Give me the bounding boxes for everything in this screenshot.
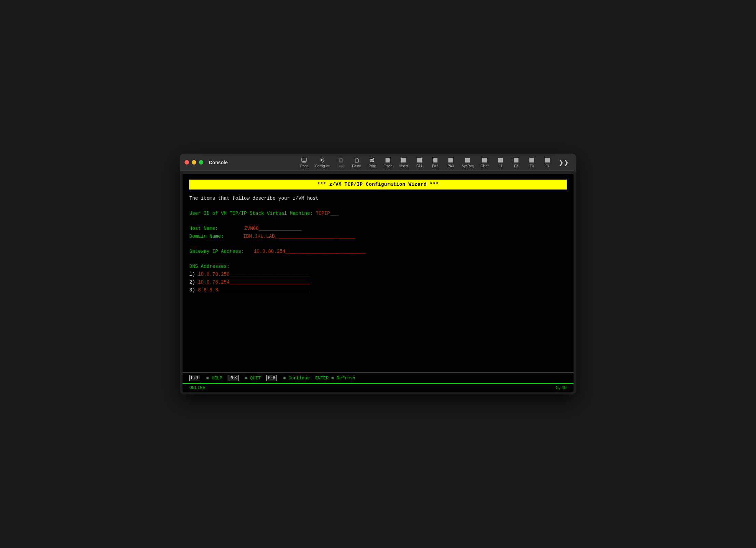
pf8-key[interactable]: PF8 xyxy=(266,375,277,381)
clear-label: Clear xyxy=(481,164,489,168)
domain-name-value: IBM.JKL.LAB____________________________ xyxy=(243,234,355,239)
pf8-desc: = Continue xyxy=(283,376,310,381)
dns-val-3: 8.8.8.8________________________________ xyxy=(198,287,310,293)
sysreq-label: SysReq xyxy=(462,164,474,168)
print-button[interactable]: Print xyxy=(365,156,380,169)
configure-button[interactable]: Configure xyxy=(312,156,333,169)
user-id-line: User ID of VM TCP/IP Stack Virtual Machi… xyxy=(189,210,567,217)
domain-name-line: Domain Name: IBM.JKL.LAB________________… xyxy=(189,233,567,240)
footer-bar: ONLINE 5,49 xyxy=(183,383,573,392)
main-window: Console Open Configure Copy xyxy=(180,154,576,394)
f3-label: F3 xyxy=(530,164,534,168)
copy-button[interactable]: Copy xyxy=(333,156,348,169)
statusbar: PF1 = HELP PF3 = QUIT PF8 = Continue ENT… xyxy=(183,373,573,383)
enter-desc: ENTER = Refresh xyxy=(315,376,355,381)
insert-label: Insert xyxy=(399,164,408,168)
configure-label: Configure xyxy=(315,164,330,168)
f4-label: F4 xyxy=(545,164,550,168)
open-button[interactable]: Open xyxy=(297,156,312,169)
open-label: Open xyxy=(300,164,308,168)
host-name-value: ZVM00_______________ xyxy=(244,226,302,231)
dns-entry-2: 2) 10.0.78.254__________________________… xyxy=(189,279,567,286)
dns-val-2: 10.0.78.254____________________________ xyxy=(198,279,310,285)
pa2-label: PA2 xyxy=(432,164,438,168)
cursor-position: 5,49 xyxy=(556,385,567,390)
print-icon xyxy=(369,157,375,163)
sysreq-icon xyxy=(464,157,471,163)
traffic-lights xyxy=(185,160,203,165)
monitor-icon xyxy=(301,157,307,163)
dns-entry-3: 3) 8.8.8.8______________________________… xyxy=(189,287,567,294)
insert-icon xyxy=(401,157,407,163)
user-id-label: User ID of VM TCP/IP Stack Virtual Machi… xyxy=(189,211,313,216)
f4-icon xyxy=(544,157,551,163)
f4-button[interactable]: F4 xyxy=(540,156,555,169)
sysreq-button[interactable]: SysReq xyxy=(459,156,476,169)
description-line: The items that follow describe your z/VM… xyxy=(189,195,567,202)
pf1-desc: = HELP xyxy=(206,376,222,381)
minimize-button[interactable] xyxy=(192,160,196,165)
paste-button[interactable]: Paste xyxy=(349,156,364,169)
paste-icon xyxy=(353,157,360,163)
insert-button[interactable]: Insert xyxy=(396,156,411,169)
terminal-content[interactable]: *** z/VM TCP/IP Configuration Wizard ***… xyxy=(183,174,573,373)
maximize-button[interactable] xyxy=(199,160,203,165)
f3-icon xyxy=(529,157,535,163)
dns-val-1: 10.0.78.250____________________________ xyxy=(198,272,310,277)
pa3-label: PA3 xyxy=(448,164,454,168)
copy-label: Copy xyxy=(337,164,345,168)
svg-rect-7 xyxy=(356,158,357,159)
f2-button[interactable]: F2 xyxy=(509,156,524,169)
erase-icon xyxy=(385,157,391,163)
dns-entry-1: 1) 10.0.78.250__________________________… xyxy=(189,271,567,278)
erase-button[interactable]: Erase xyxy=(380,156,395,169)
clear-button[interactable]: Clear xyxy=(477,156,492,169)
pa1-button[interactable]: PA1 xyxy=(412,156,427,169)
print-label: Print xyxy=(369,164,376,168)
online-status: ONLINE xyxy=(189,385,205,390)
gear-icon xyxy=(319,157,325,163)
paste-label: Paste xyxy=(352,164,361,168)
domain-name-label: Domain Name: xyxy=(189,234,224,239)
f2-label: F2 xyxy=(514,164,518,168)
pa3-icon xyxy=(448,157,454,163)
pf3-key[interactable]: PF3 xyxy=(228,375,239,381)
dns-num-2: 2) xyxy=(189,279,198,285)
pa3-button[interactable]: PA3 xyxy=(443,156,458,169)
svg-rect-0 xyxy=(301,158,306,161)
close-button[interactable] xyxy=(185,160,189,165)
copy-icon xyxy=(338,157,344,163)
pa1-label: PA1 xyxy=(416,164,422,168)
pf1-key[interactable]: PF1 xyxy=(189,375,200,381)
toolbar: Open Configure Copy Paste xyxy=(297,156,571,169)
f1-button[interactable]: F1 xyxy=(493,156,508,169)
svg-rect-6 xyxy=(355,159,358,162)
erase-label: Erase xyxy=(383,164,392,168)
pa2-button[interactable]: PA2 xyxy=(428,156,443,169)
gateway-value: 10.0.80.254____________________________ xyxy=(254,249,366,254)
f1-label: F1 xyxy=(498,164,502,168)
more-button[interactable]: ❯❯ xyxy=(556,157,571,168)
banner: *** z/VM TCP/IP Configuration Wizard *** xyxy=(189,180,567,190)
pf3-desc: = QUIT xyxy=(245,376,261,381)
user-id-value: TCPIP___ xyxy=(316,211,339,216)
titlebar: Console Open Configure Copy xyxy=(180,154,576,171)
pa1-icon xyxy=(416,157,422,163)
dns-label: DNS Addresses: xyxy=(189,263,567,270)
svg-point-3 xyxy=(322,159,323,161)
gateway-line: Gateway IP Address: 10.0.80.254_________… xyxy=(189,248,567,255)
host-name-line: Host Name: ZVM00_______________ xyxy=(189,225,567,232)
f1-icon xyxy=(497,157,503,163)
f3-button[interactable]: F3 xyxy=(524,156,539,169)
pa2-icon xyxy=(432,157,438,163)
dns-num-1: 1) xyxy=(189,272,198,277)
gateway-label: Gateway IP Address: xyxy=(189,249,244,254)
host-name-label: Host Name: xyxy=(189,226,218,231)
dns-num-3: 3) xyxy=(189,287,198,293)
clear-icon xyxy=(482,157,488,163)
window-title: Console xyxy=(209,160,228,165)
f2-icon xyxy=(513,157,519,163)
terminal-area: *** z/VM TCP/IP Configuration Wizard ***… xyxy=(183,174,573,392)
